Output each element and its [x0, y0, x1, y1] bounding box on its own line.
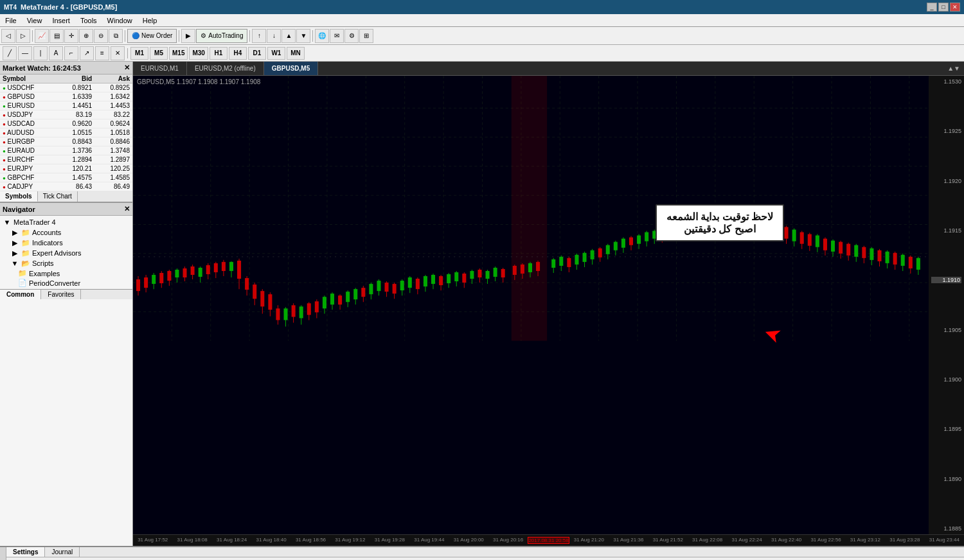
nav-examples[interactable]: 📁 Examples: [0, 268, 132, 278]
market-watch-row[interactable]: ● EURJPY120.21120.25: [0, 164, 132, 173]
menu-file[interactable]: File: [0, 14, 22, 26]
market-watch-row[interactable]: ● GBPUSD1.63391.6342: [0, 92, 132, 101]
svg-rect-84: [346, 292, 350, 302]
auto-trading-button[interactable]: ⚙ AutoTrading: [196, 29, 247, 43]
tab-symbols[interactable]: Symbols: [0, 191, 38, 202]
tf-h4[interactable]: H4: [229, 47, 247, 60]
new-order-button[interactable]: 🔵 New Order: [127, 29, 177, 43]
tb-profiles[interactable]: ▤: [49, 29, 64, 43]
market-watch-row[interactable]: ● EURUSD1.44511.4453: [0, 101, 132, 110]
tb-text[interactable]: A: [49, 46, 63, 60]
svg-rect-227: [909, 257, 913, 268]
sep1: [32, 30, 33, 42]
window-controls[interactable]: _ □ ✕: [927, 3, 960, 12]
tf-m1[interactable]: M1: [130, 47, 148, 60]
nav-expert-advisors[interactable]: ▶ 📁 Expert Advisors: [0, 248, 132, 258]
svg-rect-90: [369, 284, 373, 294]
mw-ask: 1.2897: [94, 155, 132, 164]
market-watch-row[interactable]: ● AUDUSD1.05151.0518: [0, 128, 132, 137]
nav-period-converter-label: PeriodConverter: [29, 279, 80, 287]
tb-mail[interactable]: ✉: [330, 29, 344, 43]
tf-mn[interactable]: MN: [287, 47, 305, 60]
title-bar: MT4 MetaTrader 4 - [GBPUSD,M5] _ □ ✕: [0, 0, 964, 14]
svg-rect-96: [393, 284, 397, 293]
nav-accounts[interactable]: ▶ 📁 Accounts: [0, 227, 132, 238]
market-watch-close[interactable]: ✕: [124, 64, 130, 72]
time-21: 31 Aug 23:44: [925, 537, 964, 544]
market-watch-row[interactable]: ● GBPCHF1.45751.4585: [0, 173, 132, 182]
minimize-button[interactable]: _: [927, 3, 937, 12]
tb-forward[interactable]: ▷: [16, 29, 30, 43]
market-watch-row[interactable]: ● USDJPY83.1983.22: [0, 110, 132, 119]
tb-zoom-in[interactable]: ⊕: [79, 29, 93, 43]
navigator-close[interactable]: ✕: [124, 205, 130, 213]
chart-tab-eurusd-m2[interactable]: EURUSD,M2 (offline): [187, 62, 264, 75]
tf-d1[interactable]: D1: [248, 47, 266, 60]
strategy-vtab[interactable]: [0, 547, 6, 560]
tb-line-tools[interactable]: ╱: [3, 46, 17, 60]
market-watch-row[interactable]: ● CADJPY86.4386.49: [0, 182, 132, 191]
svg-rect-70: [292, 305, 296, 317]
chart-tab-eurusd-m1[interactable]: EURUSD,M1: [133, 62, 187, 75]
market-watch-row[interactable]: ● USDCHF0.89210.8925: [0, 83, 132, 92]
tb-hline[interactable]: —: [18, 46, 32, 60]
tb-back[interactable]: ◁: [1, 29, 15, 43]
tf-h1[interactable]: H1: [210, 47, 228, 60]
tb-play[interactable]: ▶: [181, 29, 195, 43]
maximize-button[interactable]: □: [938, 3, 949, 12]
market-watch-row[interactable]: ● EURGBP0.88430.8846: [0, 137, 132, 146]
svg-rect-159: [645, 232, 648, 241]
tb-zoom-out[interactable]: ⊖: [94, 29, 108, 43]
btab-favorites[interactable]: Favorites: [41, 290, 81, 299]
tab-tick-chart[interactable]: Tick Chart: [38, 191, 78, 202]
tf-m5[interactable]: M5: [150, 47, 168, 60]
nav-indicators[interactable]: ▶ 📁 Indicators: [0, 238, 132, 248]
tf-w1[interactable]: W1: [267, 47, 285, 60]
tb-globe[interactable]: 🌐: [315, 29, 329, 43]
chart-tab-gbpusd-m5[interactable]: GBPUSD,M5: [264, 62, 318, 75]
tb-sell[interactable]: ▼: [296, 29, 310, 43]
price-1885: 1.1885: [931, 525, 961, 532]
nav-period-converter[interactable]: 📄 PeriodConverter: [0, 278, 132, 288]
time-8: 31 Aug 19:44: [409, 537, 449, 544]
menu-help[interactable]: Help: [138, 14, 163, 26]
tb-buy[interactable]: ▲: [281, 29, 296, 43]
tb-arrow[interactable]: ↗: [80, 46, 94, 60]
annotation-line1: لاحظ توقيت بداية الشمعه: [665, 211, 775, 223]
nav-scripts[interactable]: ▼ 📂 Scripts: [0, 258, 132, 268]
tf-m30[interactable]: M30: [189, 47, 208, 60]
market-watch-row[interactable]: ● EURCHF1.28941.2897: [0, 155, 132, 164]
toolbar-main: ◁ ▷ 📈 ▤ ✛ ⊕ ⊖ ⧉ 🔵 New Order ▶ ⚙ AutoTrad…: [0, 27, 964, 45]
menu-tools[interactable]: Tools: [75, 14, 102, 26]
menu-insert[interactable]: Insert: [47, 14, 75, 26]
tb-chart-type[interactable]: ⊞: [359, 29, 373, 43]
menu-view[interactable]: View: [22, 14, 48, 26]
tb-delete[interactable]: ✕: [111, 46, 125, 60]
svg-rect-155: [629, 238, 633, 245]
strat-tab-settings[interactable]: Settings: [6, 547, 45, 557]
tb-up-arrow[interactable]: ↑: [252, 29, 266, 43]
new-order-label: New Order: [141, 32, 172, 39]
nav-root[interactable]: ▼ MetaTrader 4: [0, 217, 132, 227]
mw-symbol: ● EURCHF: [0, 155, 57, 164]
time-9: 31 Aug 20:00: [449, 537, 488, 544]
tb-new-chart[interactable]: 📈: [35, 29, 49, 43]
tb-indicators[interactable]: ⧉: [109, 29, 123, 43]
tb-period-sep[interactable]: |: [33, 46, 48, 60]
tb-dn-arrow[interactable]: ↓: [267, 29, 281, 43]
nav-indicators-label: Indicators: [32, 239, 63, 247]
mw-ask: 1.0518: [94, 128, 132, 137]
btab-common[interactable]: Common: [0, 290, 41, 299]
chart-canvas[interactable]: GBPUSD,M5 1.1907 1.1908 1.1907 1.1908: [133, 76, 964, 534]
tf-m15[interactable]: M15: [169, 47, 188, 60]
tb-crosshair[interactable]: ✛: [64, 29, 78, 43]
market-watch-row[interactable]: ● USDCAD0.96200.9624: [0, 119, 132, 128]
chart-maximize-icon[interactable]: ▲▼: [943, 65, 964, 72]
tb-settings[interactable]: ⚙: [344, 29, 359, 43]
strat-tab-journal[interactable]: Journal: [45, 547, 80, 557]
tb-fib[interactable]: ≡: [95, 46, 109, 60]
tb-label[interactable]: ⌐: [64, 46, 78, 60]
market-watch-row[interactable]: ● EURAUD1.37361.3748: [0, 146, 132, 155]
menu-window[interactable]: Window: [102, 14, 138, 26]
close-button[interactable]: ✕: [950, 3, 960, 12]
